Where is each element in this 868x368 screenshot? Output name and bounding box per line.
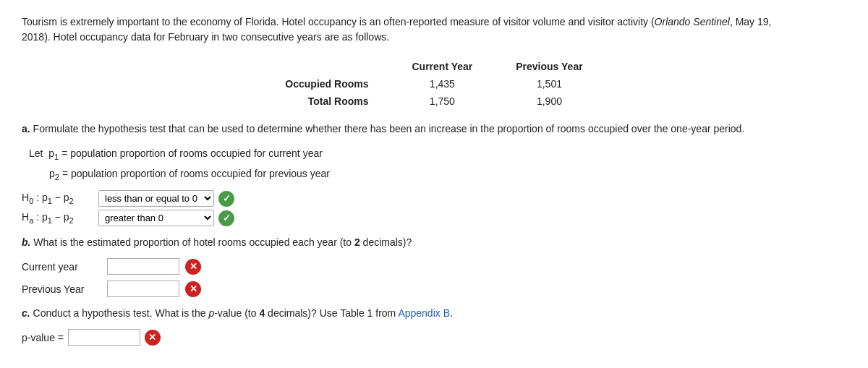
previous-year-x-icon: ✕ (185, 281, 201, 297)
section-a-text: Formulate the hypothesis test that can b… (33, 123, 745, 134)
intro-text-2: , May 19, (730, 16, 772, 27)
let-p1-line: Let p1 = population proportion of rooms … (29, 145, 846, 165)
h0-select[interactable]: less than or equal to 0 greater than 0 e… (98, 190, 214, 207)
ha-sub: a (29, 216, 33, 225)
previous-year-row: Previous Year ✕ (22, 281, 846, 297)
section-c: c. Conduct a hypothesis test. What is th… (22, 307, 846, 319)
section-b-text1: What is the estimated proportion of hote… (33, 236, 354, 248)
row-occupied-current: 1,435 (390, 75, 494, 93)
pvalue-input[interactable] (68, 329, 140, 346)
section-b: b. What is the estimated proportion of h… (22, 236, 846, 248)
current-year-row: Current year ✕ (22, 258, 846, 275)
row-total-label: Total Rooms (263, 93, 390, 110)
let-p1-prefix: Let p1 (29, 145, 59, 165)
current-year-input[interactable] (107, 258, 179, 275)
pvalue-label: p-value = (22, 332, 64, 343)
ha-select[interactable]: less than or equal to 0 greater than 0 e… (98, 210, 214, 226)
section-c-text4: . (450, 307, 453, 319)
intro-text-1: Tourism is extremely important to the ec… (22, 16, 655, 27)
let-p2-indent: p2 (49, 165, 59, 185)
data-table: Current Year Previous Year Occupied Room… (263, 58, 604, 110)
intro-paragraph: Tourism is extremely important to the ec… (22, 14, 817, 45)
row-total-current: 1,750 (390, 93, 494, 110)
section-a-label: a. (22, 123, 30, 134)
let-p1-text: = population proportion of rooms occupie… (61, 145, 323, 163)
intro-text-3: 2018). Hotel occupancy data for February… (22, 31, 389, 43)
section-c-text2: -value (to (214, 307, 259, 319)
previous-year-input[interactable] (107, 281, 179, 297)
pvalue-row: p-value = ✕ (22, 329, 846, 346)
let-p2-text: = population proportion of rooms occupie… (62, 165, 330, 183)
table-row: Total Rooms 1,750 1,900 (263, 93, 604, 110)
section-b-num: 2 (354, 236, 360, 248)
previous-year-label: Previous Year (22, 283, 101, 295)
current-year-label: Current year (22, 261, 101, 273)
appendix-b-link[interactable]: Appendix B (398, 307, 450, 319)
section-a: a. Formulate the hypothesis test that ca… (22, 123, 846, 134)
row-occupied-previous: 1,501 (494, 75, 604, 93)
h0-row: H0 : p1 − p2 less than or equal to 0 gre… (22, 190, 846, 207)
section-c-text1: Conduct a hypothesis test. What is the (33, 307, 209, 319)
p1-sub: 1 (54, 153, 59, 161)
section-c-p: p (208, 307, 214, 319)
current-year-x-icon: ✕ (185, 259, 201, 275)
col-previous-year: Previous Year (494, 58, 604, 75)
h0-label: H0 : p1 − p2 (22, 192, 94, 205)
row-occupied-label: Occupied Rooms (263, 75, 390, 93)
let-block: Let p1 = population proportion of rooms … (29, 145, 846, 184)
h0-sub: 0 (29, 197, 33, 205)
section-b-label: b. (22, 236, 30, 248)
h0-check-icon: ✓ (218, 191, 234, 207)
let-p2-line: p2 = population proportion of rooms occu… (29, 165, 846, 185)
table-row: Occupied Rooms 1,435 1,501 (263, 75, 604, 93)
section-c-label: c. (22, 307, 30, 319)
section-b-text2: decimals)? (360, 236, 412, 248)
row-total-previous: 1,900 (494, 93, 604, 110)
ha-row: Ha : p1 − p2 less than or equal to 0 gre… (22, 210, 846, 226)
pvalue-x-icon: ✕ (145, 330, 161, 346)
p2-sub: 2 (55, 172, 59, 181)
section-c-text3: decimals)? Use Table 1 from (265, 307, 398, 319)
ha-check-icon: ✓ (218, 210, 234, 226)
ha-label: Ha : p1 − p2 (22, 211, 94, 225)
col-current-year: Current Year (390, 58, 494, 75)
citation: Orlando Sentinel (655, 16, 730, 27)
col-blank (263, 58, 390, 75)
